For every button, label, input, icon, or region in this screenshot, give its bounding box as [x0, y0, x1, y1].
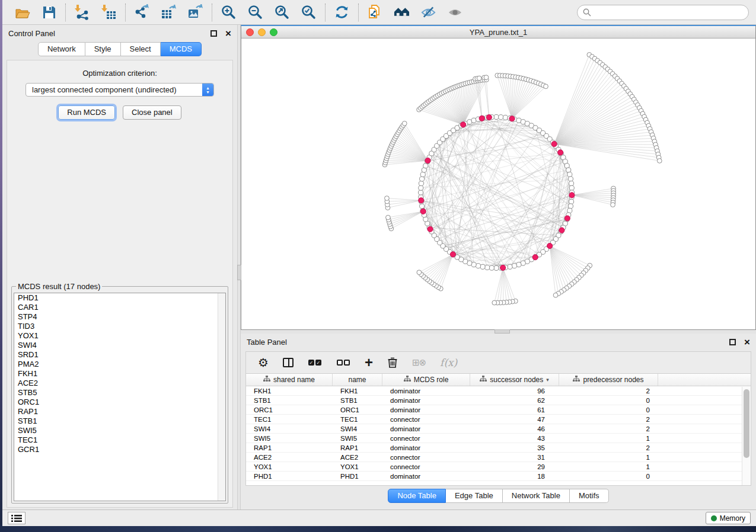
- zoom-fit-icon[interactable]: [274, 4, 290, 20]
- table-cell: STB1: [246, 396, 333, 405]
- tree-icon: [404, 376, 411, 384]
- result-node: TEC1: [14, 435, 225, 445]
- apply-layout-icon[interactable]: [334, 4, 350, 20]
- column-header-shared-name[interactable]: shared name: [246, 374, 333, 386]
- table-row[interactable]: FKH1FKH1dominator962: [246, 386, 751, 396]
- table-row[interactable]: YOX1YOX1connector291: [246, 462, 751, 472]
- table-cell: TEC1: [333, 415, 382, 424]
- tab-motifs[interactable]: Motifs: [570, 489, 609, 503]
- export-table-icon[interactable]: [161, 4, 177, 20]
- zoom-out-icon[interactable]: [247, 4, 263, 20]
- tab-network[interactable]: Network: [38, 42, 85, 56]
- close-window-icon[interactable]: [246, 28, 254, 36]
- table-cell: ACE2: [333, 453, 382, 462]
- export-image-icon[interactable]: [187, 4, 203, 20]
- table-cell: PHD1: [246, 472, 333, 481]
- table-cell: 29: [470, 462, 559, 472]
- column-header-name[interactable]: name: [333, 374, 382, 386]
- open-session-icon[interactable]: [14, 4, 30, 20]
- tree-icon: [573, 376, 580, 384]
- vertical-splitter-handle[interactable]: [237, 265, 241, 280]
- horizontal-splitter-handle[interactable]: [495, 329, 510, 334]
- criterion-dropdown[interactable]: largest connected component (undirected)…: [25, 83, 214, 97]
- horizontal-splitter[interactable]: [241, 330, 756, 334]
- tab-node-table[interactable]: Node Table: [388, 489, 446, 503]
- close-panel-button[interactable]: Close panel: [123, 105, 181, 120]
- result-node: STB1: [14, 416, 225, 426]
- new-network-from-selection-icon[interactable]: [367, 4, 383, 20]
- network-view-titlebar[interactable]: YPA_prune.txt_1: [241, 26, 755, 39]
- save-session-icon[interactable]: [41, 4, 57, 20]
- table-cell: 62: [470, 396, 559, 405]
- column-header-predecessor-nodes[interactable]: predecessor nodes: [559, 374, 658, 386]
- show-columns-icon[interactable]: [283, 358, 294, 367]
- memory-button[interactable]: Memory: [706, 512, 751, 524]
- search-box: [577, 5, 749, 20]
- table-cell: connector: [382, 453, 470, 462]
- table-row[interactable]: ORC1ORC1dominator610: [246, 405, 751, 415]
- result-node: FKH1: [14, 369, 225, 379]
- result-node: YOX1: [14, 331, 225, 341]
- table-cell: 96: [470, 386, 559, 396]
- import-network-icon[interactable]: [74, 4, 90, 20]
- table-row[interactable]: STB1STB1dominator620: [246, 396, 751, 405]
- tab-network-table[interactable]: Network Table: [503, 489, 570, 503]
- float-panel-icon[interactable]: [210, 30, 217, 37]
- node-table-header: shared namenameMCDS rolesuccessor nodes▾…: [246, 374, 751, 386]
- delete-columns-icon[interactable]: [387, 357, 398, 368]
- close-panel-icon[interactable]: ×: [225, 30, 231, 37]
- table-cell: dominator: [382, 443, 470, 453]
- table-cell: STB1: [333, 396, 382, 405]
- select-all-columns-icon[interactable]: ✓✓: [308, 360, 322, 366]
- table-options-gear-icon[interactable]: ⚙: [258, 357, 269, 368]
- memory-status-icon: [711, 515, 717, 521]
- show-all-icon[interactable]: [447, 4, 463, 20]
- table-row[interactable]: RAP1RAP1dominator352: [246, 443, 751, 453]
- tab-style[interactable]: Style: [85, 42, 121, 56]
- column-header-mcds-role[interactable]: MCDS role: [382, 374, 470, 386]
- vertical-splitter[interactable]: [237, 25, 241, 509]
- table-row[interactable]: ACE2ACE2connector311: [246, 453, 751, 462]
- sort-indicator-icon: ▾: [546, 377, 549, 383]
- hide-selected-icon[interactable]: [420, 4, 436, 20]
- zoom-in-icon[interactable]: [221, 4, 237, 20]
- import-table-icon[interactable]: [101, 4, 117, 20]
- tab-mcds[interactable]: MCDS: [161, 42, 202, 56]
- first-neighbors-icon[interactable]: [394, 4, 410, 20]
- task-history-button[interactable]: [8, 512, 25, 524]
- tab-edge-table[interactable]: Edge Table: [446, 489, 503, 503]
- table-row[interactable]: PHD1PHD1dominator180: [246, 472, 751, 481]
- float-table-panel-icon[interactable]: [729, 339, 736, 345]
- table-cell: dominator: [382, 386, 470, 396]
- maximize-window-icon[interactable]: [270, 28, 277, 36]
- zoom-selected-icon[interactable]: [301, 4, 317, 20]
- network-canvas[interactable]: [241, 39, 755, 329]
- status-bar: Memory: [2, 509, 756, 526]
- add-column-icon[interactable]: +: [365, 357, 373, 368]
- run-mcds-button[interactable]: Run MCDS: [58, 105, 115, 120]
- table-row[interactable]: SWI5SWI5connector431: [246, 434, 751, 443]
- table-row[interactable]: TEC1TEC1connector472: [246, 415, 751, 424]
- table-cell: [658, 453, 751, 462]
- deselect-all-columns-icon[interactable]: [336, 360, 350, 366]
- table-cell: SWI5: [333, 434, 382, 443]
- table-row[interactable]: SWI4SWI4dominator462: [246, 424, 751, 434]
- table-cell: 18: [470, 472, 559, 481]
- mcds-result-title: MCDS result (17 nodes): [16, 282, 102, 291]
- table-cell: [658, 443, 751, 453]
- close-table-panel-icon[interactable]: ×: [744, 339, 750, 345]
- search-input[interactable]: [595, 8, 743, 17]
- table-toolbar: ⚙ ✓✓ + ⊞⊗ f(x): [246, 352, 751, 373]
- table-cell: connector: [382, 415, 470, 424]
- result-node: TID3: [14, 322, 225, 331]
- table-panel-title: Table Panel: [247, 338, 721, 347]
- column-header-successor-nodes[interactable]: successor nodes▾: [470, 374, 559, 386]
- export-network-icon[interactable]: [134, 4, 150, 20]
- table-cell: 47: [470, 415, 559, 424]
- table-scrollbar-thumb[interactable]: [744, 389, 749, 458]
- tab-select[interactable]: Select: [121, 42, 161, 56]
- table-scrollbar[interactable]: [742, 387, 751, 485]
- minimize-window-icon[interactable]: [258, 28, 266, 36]
- result-list-scrollbar[interactable]: [218, 293, 225, 501]
- network-view-title: YPA_prune.txt_1: [241, 28, 755, 37]
